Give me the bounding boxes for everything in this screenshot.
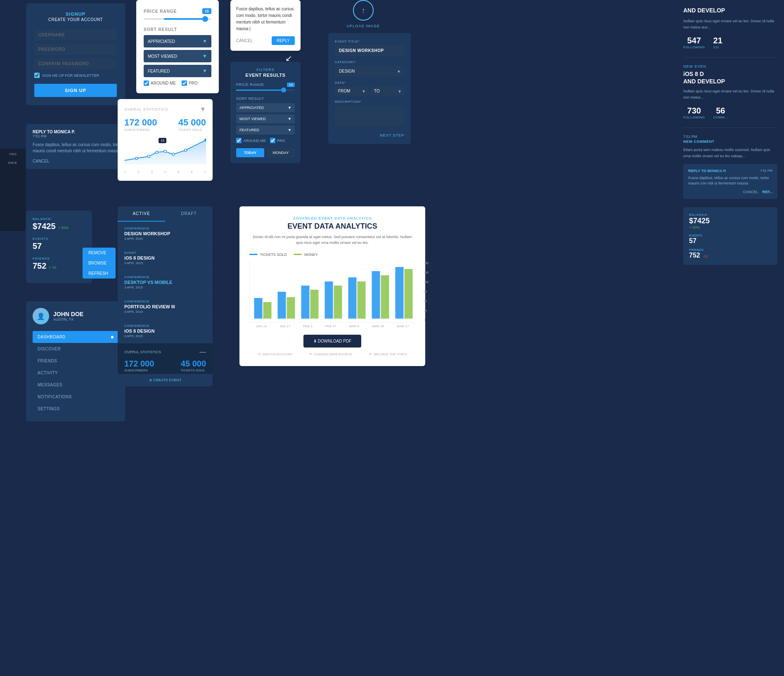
- profile-nav-discover[interactable]: DISCOVER: [33, 343, 118, 355]
- reply-cancel-button[interactable]: CANCEL: [33, 159, 50, 163]
- around-me-checkbox[interactable]: [144, 80, 149, 86]
- svg-rect-28: [381, 275, 389, 319]
- pro-text: PRO: [189, 81, 198, 85]
- rs-cancel-button[interactable]: CANCEL: [743, 190, 758, 194]
- filters-badge: 15: [287, 83, 295, 87]
- x-2: 2: [137, 170, 139, 174]
- dropdown-appriciated[interactable]: APPRICIATED ▼: [144, 35, 211, 47]
- from-select[interactable]: FROM: [335, 86, 368, 96]
- dropdown-most-viewed[interactable]: MOST VIEWED ▼: [144, 50, 211, 62]
- x-5: 5: [178, 170, 179, 174]
- events-create-button[interactable]: ⊕ CREATE EVENT: [118, 374, 213, 386]
- pro-checkbox[interactable]: [182, 80, 187, 86]
- footer-switch-account[interactable]: ⟳ SWITCH ACCOUNT: [258, 352, 293, 356]
- x-label-4: FEB 27: [325, 324, 336, 328]
- stats-tickets-label: TICKET SOLD: [178, 128, 206, 132]
- filter-monday-button[interactable]: MONDAY: [267, 148, 295, 157]
- chat-cancel-button[interactable]: CANCEL: [236, 36, 253, 45]
- event-item-1[interactable]: CONFERENCE DESIGN WORKSHOP 3 APR, 2015: [118, 222, 213, 246]
- upload-image-card[interactable]: ↑ UPLOAD IMAGE: [339, 0, 388, 28]
- password-input[interactable]: [34, 44, 117, 55]
- profile-nav-activity[interactable]: ACTIVITY: [33, 367, 118, 379]
- svg-point-4: [172, 153, 175, 156]
- context-menu-browse[interactable]: BROWSE: [83, 258, 116, 268]
- reply-name: REPLY TO MONICA P.: [33, 130, 75, 134]
- stats-subscribers: 172 000 SUBSCRIBERS: [124, 117, 157, 132]
- footer-change-data[interactable]: ⟳ CHANGE DATA SOURCE: [309, 352, 352, 356]
- profile-nav-dashboard[interactable]: DASHBOARD: [33, 331, 118, 343]
- svg-rect-22: [396, 267, 404, 319]
- profile-nav-settings[interactable]: SETTINGS: [33, 403, 118, 415]
- legend-tickets-dot: [249, 254, 258, 255]
- username-input[interactable]: [34, 29, 117, 40]
- description-textarea[interactable]: [335, 105, 404, 126]
- filter-dropdown-2[interactable]: MOST VIEWED ▼: [236, 114, 295, 123]
- event-item-5-type: CONFERENCE: [124, 324, 206, 328]
- to-select[interactable]: TO: [371, 86, 404, 96]
- price-range-slider[interactable]: [144, 18, 211, 20]
- events-label: EVENTS: [33, 237, 85, 241]
- svg-rect-24: [287, 297, 295, 319]
- profile-nav-messages[interactable]: MESSAGES: [33, 379, 118, 391]
- events-stats-sub-label: SUBSCRIBERS: [124, 369, 154, 372]
- filter-today-button[interactable]: TODAY: [236, 148, 264, 157]
- rs-reply-button[interactable]: REP...: [762, 190, 772, 194]
- chat-reply-button[interactable]: REPLY: [272, 36, 295, 45]
- filter-dropdown-1[interactable]: APPRICIATED ▼: [236, 103, 295, 112]
- lsm-item-2[interactable]: ENCE: [2, 161, 23, 164]
- lsm-item-1[interactable]: TING: [2, 153, 23, 156]
- dropdown-featured[interactable]: FEATURED ▼: [144, 65, 211, 77]
- signup-button[interactable]: SIGN UP: [34, 84, 117, 97]
- context-menu: REMOVE BROWSE REFRESH: [83, 248, 116, 279]
- x-label-2: JAN 17: [279, 324, 290, 328]
- profile-nav-notifications[interactable]: NOTIFICATIONS: [33, 391, 118, 403]
- legend-tickets: TICKETS SOLD: [249, 253, 287, 257]
- tab-draft[interactable]: DRAFT: [165, 206, 213, 222]
- profile-nav-friends[interactable]: FRIENDS: [33, 355, 118, 367]
- tab-active[interactable]: ACTIVE: [118, 206, 165, 222]
- filter-slider-thumb[interactable]: [281, 87, 286, 92]
- user-stats-card: BALANCE: $7425 + 50% EVENTS 57 FRIENDS 7…: [26, 210, 92, 283]
- svg-rect-29: [405, 269, 413, 319]
- category-select-wrapper: DESIGN ▼: [335, 66, 404, 77]
- svg-rect-25: [310, 290, 319, 319]
- filter-pro-checkbox[interactable]: [270, 138, 275, 143]
- footer-archive[interactable]: ⟳ ARCHIVE THE STATS: [369, 352, 407, 356]
- slider-thumb[interactable]: [202, 16, 208, 22]
- upload-label: UPLOAD IMAGE: [339, 24, 388, 28]
- event-item-2[interactable]: EVENT iOS 8 DESIGN 3 APR, 2015: [118, 246, 213, 270]
- filter-around-me-checkbox[interactable]: [236, 138, 242, 143]
- event-title-label: EVENT TITLE*: [335, 40, 404, 43]
- rs-reply-card: REPLY TO MONICA P. 7:51 PM Fusce dapibus…: [683, 164, 777, 199]
- balance-label: BALANCE:: [33, 217, 85, 221]
- confirm-password-input[interactable]: [34, 58, 117, 69]
- analytics-title: EVENT DATA ANALYTICS: [249, 222, 415, 231]
- context-menu-refresh[interactable]: REFRESH: [83, 268, 116, 279]
- analytics-subtitle: ADVANCED EVENT DATA ANALYTICS: [249, 216, 415, 220]
- stats-chart: 15: [124, 136, 206, 169]
- legend-money-label: MONEY: [304, 253, 318, 257]
- event-item-5[interactable]: CONFERENCE iOS 8 DESIGN 3 APR, 2015: [118, 319, 213, 343]
- category-select[interactable]: DESIGN: [335, 66, 404, 77]
- switch-account-icon: ⟳: [258, 352, 261, 356]
- rs-stat-3-label: FOLLOWING: [683, 116, 705, 119]
- legend-money-dot: [294, 254, 302, 255]
- rs-stat-2-label: CO...: [713, 45, 722, 49]
- newsletter-checkbox[interactable]: [34, 73, 40, 78]
- event-title-input[interactable]: [335, 45, 404, 56]
- filter-dropdown-3[interactable]: FEATURED ▼: [236, 125, 295, 135]
- reply-actions: CANCEL REPLY: [33, 159, 131, 163]
- switch-account-label: SWITCH ACCOUNT: [263, 352, 293, 356]
- events-stats-sub-value: 172 000: [124, 359, 154, 369]
- event-item-3[interactable]: CONFERENCE DESKTOP VS MOBILE 3 APR, 2015: [118, 270, 213, 295]
- event-item-4[interactable]: CONFERENCE PORTFOLIO REVIEW III 3 APR, 2…: [118, 295, 213, 319]
- around-me-text: AROUND ME: [151, 81, 176, 85]
- filter-slider[interactable]: [236, 90, 295, 91]
- price-range-label: PRICE RANGE: [144, 9, 177, 14]
- download-pdf-button[interactable]: ⬇ DOWNLOAD PDF: [303, 335, 361, 347]
- context-menu-remove[interactable]: REMOVE: [83, 248, 116, 258]
- next-step-button[interactable]: NEXT STEP: [335, 133, 404, 137]
- balance-right-info: BALANCE: $7425 + 50%: [689, 213, 710, 229]
- stats-dropdown-arrow[interactable]: ▼: [199, 106, 206, 113]
- bar-chart-svg: [250, 261, 415, 319]
